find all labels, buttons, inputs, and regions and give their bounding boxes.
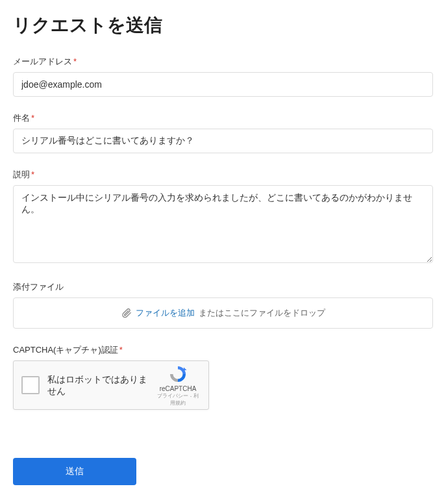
paperclip-icon bbox=[121, 308, 132, 318]
subject-label: 件名* bbox=[13, 112, 433, 124]
required-marker: * bbox=[31, 113, 34, 123]
required-marker: * bbox=[119, 345, 123, 355]
recaptcha-brand: reCAPTCHA bbox=[160, 385, 197, 392]
required-marker: * bbox=[73, 57, 77, 66]
attachments-label: 添付ファイル bbox=[13, 281, 433, 293]
dropzone-suffix: またはここにファイルをドロップ bbox=[199, 307, 325, 319]
attachments-dropzone[interactable]: ファイルを追加またはここにファイルをドロップ bbox=[13, 297, 433, 329]
recaptcha-widget: 私はロボットではありません reCAPTCHA プライバシー - 利用規約 bbox=[13, 360, 209, 410]
recaptcha-checkbox-label: 私はロボットではありません bbox=[47, 373, 155, 397]
email-label: メールアドレス* bbox=[13, 56, 433, 68]
captcha-label: CAPTCHA(キャプチャ)認証* bbox=[13, 344, 433, 356]
submit-button[interactable]: 送信 bbox=[13, 458, 136, 485]
page-title: リクエストを送信 bbox=[13, 13, 433, 38]
email-field[interactable] bbox=[13, 72, 433, 97]
add-file-link[interactable]: ファイルを追加 bbox=[136, 307, 195, 319]
description-label: 説明* bbox=[13, 169, 433, 181]
recaptcha-icon bbox=[168, 364, 188, 384]
recaptcha-checkbox[interactable] bbox=[21, 376, 40, 394]
description-field[interactable]: インストール中にシリアル番号の入力を求められましたが、どこに書いてあるのかがわか… bbox=[13, 185, 433, 263]
subject-field[interactable] bbox=[13, 129, 433, 153]
svg-marker-0 bbox=[184, 367, 187, 370]
recaptcha-terms[interactable]: プライバシー - 利用規約 bbox=[155, 392, 201, 407]
required-marker: * bbox=[31, 170, 34, 179]
